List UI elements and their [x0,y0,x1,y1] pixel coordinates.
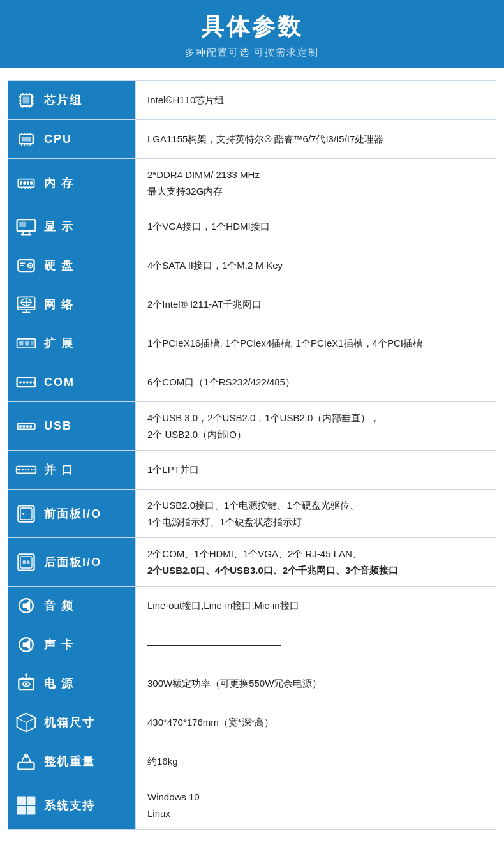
svg-rect-106 [27,796,36,805]
svg-rect-107 [17,805,26,814]
value-cell-rear-io: 2个COM、1个HDMI、1个VGA、2个 RJ-45 LAN、2个USB2.0… [136,538,496,587]
chassis-icon [13,710,39,735]
network-icon [13,292,39,317]
svg-rect-62 [23,425,26,428]
svg-line-94 [28,684,31,687]
parallel-icon [13,457,39,483]
label-text-power: 电 源 [44,676,74,691]
weight-icon [13,749,39,774]
value-cell-front-io: 2个USB2.0接口、1个电源按键、1个硬盘光驱位、1个电源指示灯、1个硬盘状态… [136,490,496,538]
chipset-icon [13,87,39,113]
display-icon [13,214,39,239]
label-text-chassis: 机箱尺寸 [44,715,95,730]
label-text-audio: 音 频 [44,598,74,613]
svg-line-93 [28,682,31,684]
svg-rect-37 [19,222,26,227]
label-cell-weight: 整机重量 [8,742,136,781]
cpu-icon [13,126,39,152]
value-cell-weight: 约16kg [136,742,496,781]
svg-rect-61 [19,425,22,428]
svg-marker-84 [23,600,31,611]
table-row: CPULGA1155构架，支持英特尔® 酷睿™6/7代I3/I5/I7处理器 [8,120,496,159]
svg-point-68 [19,469,21,471]
value-cell-os: Windows 10Linux [136,781,496,830]
page-subtitle: 多种配置可选 可按需求定制 [0,47,504,59]
table-row: 显 示1个VGA接口，1个HDMI接口 [8,207,496,246]
expansion-icon [13,331,39,356]
table-row: 整机重量约16kg [8,742,496,781]
table-row: 并 口1个LPT并口 [8,451,496,490]
specs-table-wrap: 芯片组Intel®H110芯片组CPULGA1155构架，支持英特尔® 酷睿™6… [0,68,504,842]
memory-icon [13,170,39,196]
value-cell-expansion: 1个PCIeX16插槽, 1个PCIex4插槽, 1个PCIeX1插槽，4个PC… [136,324,496,363]
svg-point-72 [31,469,33,471]
header: 具体参数 多种配置可选 可按需求定制 [0,0,504,68]
table-row: 后面板I/O2个COM、1个HDMI、1个VGA、2个 RJ-45 LAN、2个… [8,538,496,587]
value-cell-cpu: LGA1155构架，支持英特尔® 酷睿™6/7代I3/I5/I7处理器 [136,120,496,159]
svg-point-56 [23,381,26,384]
label-text-weight: 整机重量 [44,754,95,769]
svg-point-40 [29,265,31,267]
hdd-icon [13,253,39,278]
svg-marker-99 [17,714,36,722]
svg-rect-27 [27,181,29,184]
sound-card-icon [13,632,39,657]
svg-rect-25 [20,181,22,184]
table-row: 系统支持Windows 10Linux [8,781,496,830]
label-cell-com: COM [8,363,136,402]
svg-rect-64 [29,425,32,428]
svg-point-70 [25,469,27,471]
label-text-os: 系统支持 [44,798,95,813]
audio-icon [13,593,39,618]
table-row: 声 卡—————————————— [8,625,496,664]
com-icon [13,370,39,395]
label-text-hdd: 硬 盘 [44,258,74,273]
label-text-cpu: CPU [44,133,72,146]
table-row: 网 络2个Intel® I211-AT千兆网口 [8,285,496,324]
svg-point-57 [26,381,29,384]
svg-line-96 [22,684,25,687]
value-cell-parallel: 1个LPT并口 [136,451,496,490]
table-row: USB4个USB 3.0，2个USB2.0，1个USB2.0（内部垂直），2个 … [8,402,496,451]
os-icon [13,793,39,818]
value-cell-display: 1个VGA接口，1个HDMI接口 [136,207,496,246]
svg-rect-82 [27,560,30,564]
label-text-usb: USB [44,419,72,433]
label-cell-os: 系统支持 [8,781,136,830]
value-cell-chipset: Intel®H110芯片组 [136,81,496,120]
value-cell-chassis: 430*470*176mm（宽*深*高） [136,703,496,742]
label-cell-chassis: 机箱尺寸 [8,703,136,742]
table-row: 内 存2*DDR4 DIMM/ 2133 MHz最大支持32G内存 [8,159,496,207]
value-cell-sound-card: —————————————— [136,625,496,664]
svg-point-69 [22,469,24,471]
svg-rect-105 [17,796,26,805]
page-title: 具体参数 [0,11,504,43]
label-cell-expansion: 扩 展 [8,324,136,363]
table-row: 音 频Line-out接口,Line-in接口,Mic-in接口 [8,587,496,625]
label-cell-front-io: 前面板I/O [8,490,136,538]
label-text-front-io: 前面板I/O [44,506,101,521]
label-cell-power: 电 源 [8,664,136,703]
value-cell-power: 300W额定功率（可更换550W冗余电源） [136,664,496,703]
value-cell-memory: 2*DDR4 DIMM/ 2133 MHz最大支持32G内存 [136,159,496,207]
value-cell-usb: 4个USB 3.0，2个USB2.0，1个USB2.0（内部垂直），2个 USB… [136,402,496,451]
svg-marker-86 [23,639,31,650]
svg-point-97 [25,683,28,686]
svg-rect-53 [31,341,34,345]
rear-io-icon [13,550,39,575]
svg-rect-1 [23,97,30,104]
label-text-com: COM [44,376,75,389]
svg-rect-108 [27,805,36,814]
value-cell-network: 2个Intel® I211-AT千兆网口 [136,285,496,324]
usb-icon [13,414,39,439]
svg-rect-52 [25,341,29,345]
svg-rect-103 [18,763,34,770]
svg-point-55 [19,381,22,384]
table-row: 电 源300W额定功率（可更换550W冗余电源） [8,664,496,703]
label-text-parallel: 并 口 [44,462,74,477]
svg-rect-26 [24,181,26,184]
label-text-rear-io: 后面板I/O [44,555,101,570]
label-cell-sound-card: 声 卡 [8,625,136,664]
svg-point-71 [27,469,29,471]
value-cell-com: 6个COM口（1个RS232/422/485） [136,363,496,402]
